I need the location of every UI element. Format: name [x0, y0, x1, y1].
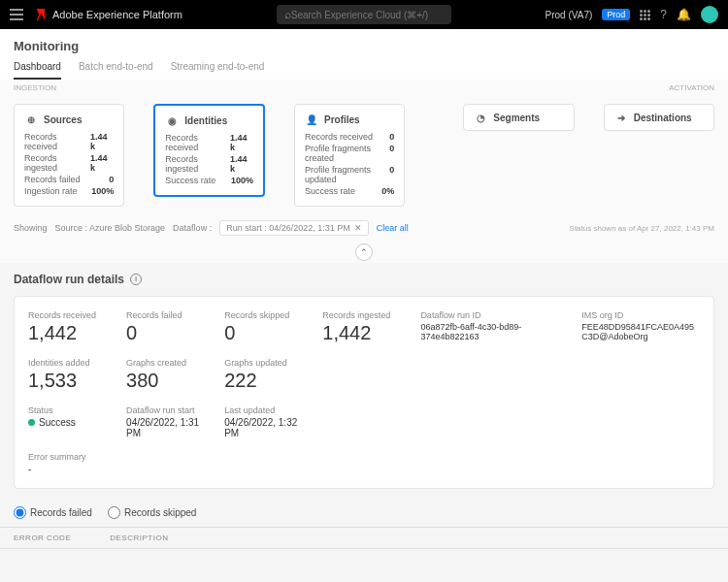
metric-identities-added: 1,533 — [28, 370, 107, 392]
collapse-toggle: ⌃ — [0, 242, 728, 263]
card-sources[interactable]: ⊕Sources Records received1.44 k Records … — [14, 104, 124, 207]
top-bar: Adobe Experience Platform ⌕ Prod (VA7) P… — [0, 0, 728, 29]
filter-source: Source : Azure Blob Storage — [55, 223, 166, 233]
clear-all-link[interactable]: Clear all — [377, 223, 409, 233]
radio-row: Records failed Records skipped — [0, 499, 728, 527]
card-segments[interactable]: ◔Segments — [463, 104, 574, 131]
radio-records-skipped[interactable]: Records skipped — [108, 506, 196, 519]
status-timestamp: Status shown as of Apr 27, 2022, 1:43 PM — [570, 224, 714, 233]
ingestion-label: INGESTION — [14, 83, 56, 92]
app-name: Adobe Experience Platform — [52, 9, 182, 20]
metric-records-skipped: 0 — [224, 322, 303, 344]
cards-row: ⊕Sources Records received1.44 k Records … — [0, 96, 728, 214]
empty-state: No errors — [0, 549, 728, 582]
metric-last-updated: 04/26/2022, 1:32 PM — [224, 417, 303, 438]
tab-batch[interactable]: Batch end-to-end — [79, 61, 153, 80]
apps-icon[interactable] — [640, 10, 650, 20]
metric-org-id: FEE48DD95841FCAE0A495C3D@AdobeOrg — [581, 322, 700, 341]
adobe-logo-icon — [31, 9, 45, 20]
card-title: Segments — [493, 113, 540, 123]
chevron-up-icon[interactable]: ⌃ — [355, 243, 373, 261]
metric-records-failed: 0 — [126, 322, 205, 344]
status-dot-icon — [28, 419, 35, 426]
env-label: Prod (VA7) — [546, 10, 593, 20]
section-title: Dataflow run details i — [0, 263, 728, 296]
close-icon[interactable]: ✕ — [354, 223, 362, 233]
sources-icon: ⊕ — [24, 113, 38, 126]
info-icon[interactable]: i — [130, 274, 142, 285]
metric-error-summary: - — [28, 464, 700, 474]
segments-icon: ◔ — [474, 111, 487, 124]
profiles-icon: 👤 — [305, 113, 318, 126]
page-header: Monitoring Dashboard Batch end-to-end St… — [0, 29, 728, 80]
activation-label: ACTIVATION — [669, 83, 714, 92]
metric-graphs-created: 380 — [126, 370, 205, 392]
search-box[interactable]: ⌕ — [277, 5, 451, 24]
metric-run-start: 04/26/2022, 1:31 PM — [126, 417, 205, 438]
metric-run-id: 06a872fb-6aff-4c30-bd89-374e4b822163 — [420, 322, 562, 341]
avatar[interactable] — [701, 6, 718, 23]
metric-graphs-updated: 222 — [224, 370, 303, 392]
card-identities[interactable]: ◉Identities Records received1.44 k Recor… — [153, 104, 265, 197]
table-header: ERROR CODE DESCRIPTION — [0, 527, 728, 549]
card-destinations[interactable]: ➜Destinations — [604, 104, 714, 131]
radio-records-failed[interactable]: Records failed — [14, 506, 92, 519]
card-title: Profiles — [324, 114, 360, 125]
tabs: Dashboard Batch end-to-end Streaming end… — [14, 61, 714, 80]
card-profiles[interactable]: 👤Profiles Records received0 Profile frag… — [294, 104, 405, 207]
help-icon[interactable]: ? — [660, 8, 667, 21]
filter-dataflow: Dataflow : — [173, 223, 212, 233]
metric-status: Success — [28, 417, 107, 428]
tab-dashboard[interactable]: Dashboard — [14, 61, 61, 80]
menu-icon[interactable] — [10, 9, 23, 20]
bell-icon[interactable]: 🔔 — [677, 8, 691, 21]
search-input[interactable] — [291, 10, 444, 20]
details-panel: Records received1,442 Records failed0 Re… — [14, 296, 714, 489]
identities-icon: ◉ — [165, 113, 179, 127]
showing-label: Showing — [14, 223, 48, 233]
tab-streaming[interactable]: Streaming end-to-end — [171, 61, 265, 80]
metric-records-ingested: 1,442 — [322, 322, 401, 344]
card-title: Identities — [184, 115, 227, 126]
destinations-icon: ➜ — [614, 111, 628, 124]
filter-row: Showing Source : Azure Blob Storage Data… — [0, 214, 728, 242]
filter-pill-runstart[interactable]: Run start : 04/26/2022, 1:31 PM✕ — [219, 220, 369, 236]
section-labels: INGESTION ACTIVATION — [0, 80, 728, 96]
search-icon: ⌕ — [284, 8, 291, 21]
card-title: Sources — [44, 114, 82, 125]
col-description: DESCRIPTION — [110, 534, 168, 542]
metric-records-received: 1,442 — [28, 322, 107, 344]
col-error-code: ERROR CODE — [14, 534, 71, 542]
card-title: Destinations — [634, 113, 692, 123]
env-badge: Prod — [602, 9, 630, 20]
page-title: Monitoring — [14, 39, 714, 53]
